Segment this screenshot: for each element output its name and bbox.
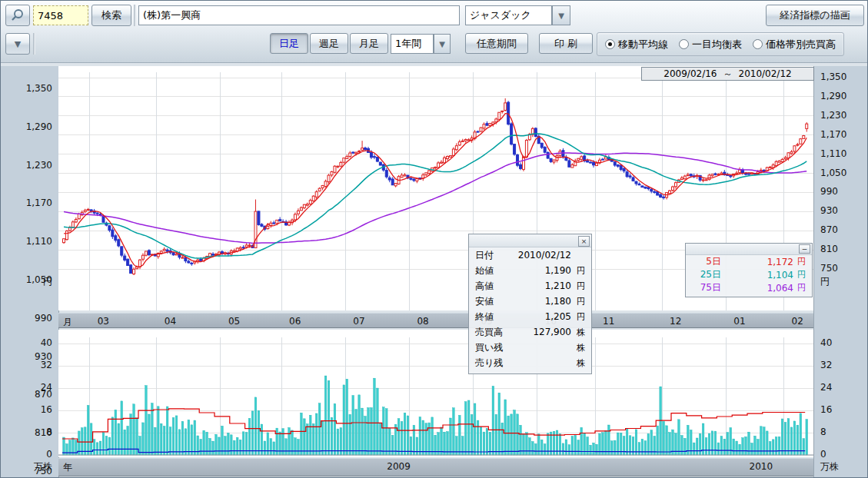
- volume-tick-label: 40: [820, 337, 832, 348]
- range-value: 1年間: [395, 37, 421, 51]
- tab-weekly[interactable]: 週足: [310, 33, 348, 54]
- radio-icon: [605, 39, 615, 49]
- volume-tick-label: 0: [46, 449, 52, 460]
- search-icon: [11, 8, 25, 22]
- price-tick-label: 1,110: [820, 148, 846, 159]
- stock-code-input[interactable]: 7458: [33, 5, 88, 25]
- exchange-select[interactable]: ジャスダック: [465, 5, 552, 25]
- radio-ichimoku[interactable]: 一目均衡表: [679, 38, 742, 51]
- range-select[interactable]: 1年間: [391, 34, 434, 54]
- right-axis-strip: 1,3501,2901,2301,1701,1101,0509909308708…: [813, 66, 868, 478]
- tooltip-row-margin-buy: 買い残 株: [469, 340, 591, 355]
- radio-icon: [753, 39, 763, 49]
- tab-monthly[interactable]: 月足: [350, 33, 388, 54]
- legend-row-ma25: 25日 1,104 円: [686, 268, 812, 281]
- price-tick-label: 990: [35, 313, 52, 324]
- price-tick-label: 1,290: [820, 91, 846, 101]
- month-tick-label: 04: [165, 316, 176, 327]
- month-tick-label: 07: [353, 316, 364, 327]
- tooltip-row-margin-sell: 売り残 株: [469, 355, 591, 370]
- price-tick-label: 870: [820, 224, 838, 235]
- price-tick-label: 1,110: [26, 236, 52, 247]
- month-tick-label: 03: [98, 316, 109, 327]
- price-tick-label: 1,050: [820, 168, 846, 178]
- tooltip-row-low: 安値 1,180 円: [469, 294, 591, 309]
- ma-legend-panel: − 5日 1,172 円 25日 1,104 円 75日 1,064 円: [685, 243, 813, 297]
- month-tick-label: 06: [289, 316, 301, 327]
- legend-row-ma5: 5日 1,172 円: [686, 255, 812, 268]
- ma-legend-titlebar[interactable]: −: [686, 244, 812, 255]
- toolbar: 7458 検索 (株)第一興商 ジャスダック ▼ 経済指標の描画 ▼ 日足 週足…: [1, 1, 868, 63]
- tab-daily[interactable]: 日足: [270, 33, 308, 54]
- month-tick-label: 02: [792, 316, 803, 327]
- volume-tick-label: 24: [41, 382, 52, 393]
- exchange-value: ジャスダック: [470, 8, 531, 22]
- chevron-down-icon: ▼: [439, 40, 445, 48]
- minimize-glyph: −: [802, 245, 808, 253]
- economic-indicator-label: 経済指標の描画: [780, 8, 850, 22]
- price-unit-label: 円: [820, 275, 830, 288]
- chart-menu-button[interactable]: ▼: [5, 33, 30, 55]
- price-unit-label: 円: [43, 275, 52, 288]
- tooltip-row-open: 始値 1,190 円: [469, 263, 591, 278]
- volume-tick-label: 0: [820, 449, 826, 460]
- legend-row-ma75: 75日 1,064 円: [686, 281, 812, 294]
- date-separator: ～: [723, 68, 733, 81]
- company-name-input[interactable]: (株)第一興商: [138, 5, 460, 25]
- month-tick-label: 12: [670, 316, 681, 327]
- volume-tick-label: 32: [820, 360, 832, 370]
- price-tick-label: 1,350: [820, 71, 846, 82]
- radio-volume-by-price[interactable]: 価格帯別売買高: [753, 38, 836, 51]
- price-tick-label: 930: [820, 205, 838, 216]
- volume-bar-chart[interactable]: [58, 330, 813, 457]
- volume-tick-label: 40: [41, 337, 52, 348]
- indicator-radio-group: 移動平均線 一目均衡表 価格帯別売買高: [597, 32, 844, 56]
- tab-monthly-label: 月足: [359, 37, 379, 51]
- company-name-value: (株)第一興商: [143, 8, 201, 22]
- price-tick-label: 1,290: [26, 121, 52, 132]
- volume-tick-label: 16: [820, 404, 832, 415]
- year-axis-unit: 年: [63, 461, 72, 474]
- search-icon-button[interactable]: [5, 5, 30, 26]
- custom-period-label: 任意期間: [477, 37, 517, 51]
- search-button-label: 検索: [101, 8, 121, 22]
- economic-indicator-button[interactable]: 経済指標の描画: [766, 5, 864, 26]
- volume-tick-label: 8: [46, 427, 52, 437]
- month-tick-label: 05: [228, 316, 240, 327]
- month-axis-strip: 月030405060708091011120102: [58, 313, 813, 328]
- radio-icon: [679, 39, 689, 49]
- volume-tick-label: 32: [41, 360, 52, 370]
- price-tick-label: 1,230: [26, 160, 52, 171]
- tooltip-row-close: 終値 1,205 円: [469, 309, 591, 324]
- tab-weekly-label: 週足: [319, 37, 339, 51]
- radio-moving-average[interactable]: 移動平均線: [605, 38, 668, 51]
- price-tick-label: 1,170: [820, 129, 846, 140]
- radio-label: 移動平均線: [618, 38, 668, 51]
- volume-unit-label: 万株: [820, 460, 839, 473]
- month-tick-label: 01: [733, 316, 745, 327]
- tooltip-row-volume: 売買高 127,900 株: [469, 324, 591, 340]
- month-tick-label: 08: [417, 316, 428, 327]
- print-button[interactable]: 印 刷: [539, 33, 593, 54]
- close-icon[interactable]: ×: [578, 236, 590, 247]
- volume-tick-label: 24: [820, 382, 832, 393]
- price-tick-label: 1,170: [26, 198, 52, 208]
- range-dropdown-button[interactable]: ▼: [434, 34, 451, 54]
- radio-label: 価格帯別売買高: [766, 38, 836, 51]
- date-from: 2009/02/16: [663, 68, 717, 79]
- radio-label: 一目均衡表: [692, 38, 742, 51]
- month-tick-label: 11: [603, 316, 614, 327]
- search-button[interactable]: 検索: [91, 5, 131, 26]
- volume-unit-label: 万株: [34, 460, 52, 473]
- tooltip-row-high: 高値 1,210 円: [469, 278, 591, 294]
- exchange-dropdown-button[interactable]: ▼: [552, 5, 570, 25]
- ohlc-panel-titlebar[interactable]: ×: [469, 234, 591, 247]
- tab-daily-label: 日足: [279, 37, 299, 51]
- tooltip-row-date: 日付 2010/02/12: [469, 247, 591, 263]
- ohlc-info-panel: × 日付 2010/02/12 始値 1,190 円 高値 1,210 円 安値…: [468, 234, 592, 374]
- toolbar-divider: [33, 33, 35, 55]
- minimize-icon[interactable]: −: [799, 244, 810, 254]
- year-tick-label: 2009: [387, 461, 411, 472]
- custom-period-button[interactable]: 任意期間: [465, 33, 528, 54]
- print-label: 印 刷: [554, 37, 577, 51]
